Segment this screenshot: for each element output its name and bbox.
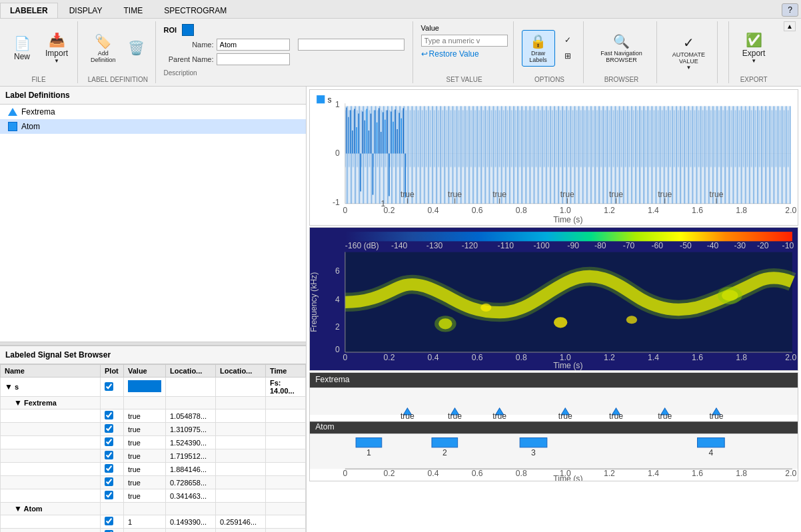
svg-text:1.0: 1.0 — [560, 206, 571, 215]
svg-text:-130: -130 — [426, 241, 443, 250]
expand-fextrema[interactable]: ▼ — [14, 398, 22, 407]
svg-text:0: 0 — [343, 354, 347, 363]
svg-text:1.8: 1.8 — [736, 206, 747, 215]
expand-atom[interactable]: ▼ — [14, 504, 22, 513]
name-input[interactable] — [217, 39, 290, 51]
table-area[interactable]: Name Plot Value Locatio... Locatio... Ti… — [0, 364, 306, 532]
label-def-atom[interactable]: Atom — [0, 119, 306, 134]
svg-text:2.0: 2.0 — [785, 468, 796, 477]
collapse-ribbon-button[interactable]: ▲ — [784, 21, 796, 31]
tab-display[interactable]: DISPLAY — [59, 3, 113, 18]
svg-text:0.2: 0.2 — [383, 468, 395, 477]
set-value-group-label: SET VALUE — [421, 75, 508, 83]
fext-val-3: true — [124, 436, 166, 449]
options-btn-1[interactable]: ✓ — [558, 33, 578, 47]
label-def-fextrema[interactable]: Fextrema — [0, 105, 306, 119]
col-name: Name — [1, 365, 101, 378]
labels-chart[interactable]: Fextrema true true true true true true — [309, 372, 798, 482]
spectrogram-chart[interactable]: -160 (dB) -140 -130 -120 -110 -100 -90 -… — [309, 227, 798, 371]
automate-buttons: ✓ AUTOMATE VALUE ▼ — [665, 21, 712, 83]
draw-labels-button[interactable]: 🔒 Draw Labels — [522, 30, 555, 67]
fext-check-3[interactable] — [105, 437, 113, 446]
svg-text:2.0: 2.0 — [785, 354, 796, 363]
import-button[interactable]: 📥 Import ▼ — [41, 29, 72, 67]
restore-button[interactable]: ↩ Restore Value — [421, 49, 508, 59]
description-input[interactable] — [298, 39, 404, 51]
waveform-chart[interactable]: s 1 0 -1 0 0.2 0.4 0.6 0.8 — [309, 89, 798, 226]
export-group-label: EXPORT — [737, 75, 770, 83]
svg-text:true: true — [658, 411, 672, 421]
export-arrow[interactable]: ▼ — [751, 58, 756, 64]
tab-labeler[interactable]: LABELER — [0, 3, 58, 18]
parent-input[interactable] — [217, 53, 290, 65]
svg-text:2: 2 — [335, 322, 340, 332]
value-label: Value — [421, 24, 508, 32]
fextrema-label: Fextrema — [21, 107, 55, 117]
fext-check-7[interactable] — [105, 491, 113, 499]
svg-text:1.6: 1.6 — [692, 206, 703, 215]
automate-arrow[interactable]: ▼ — [686, 65, 691, 71]
import-icon: 📥 — [49, 32, 65, 48]
left-panel: Label Definitions Fextrema Atom Labeled … — [0, 87, 307, 532]
expand-s[interactable]: ▼ — [5, 382, 13, 392]
fext-check-1[interactable] — [105, 411, 113, 419]
ribbon-tabs: LABELER DISPLAY TIME SPECTROGRAM ? — [0, 0, 801, 19]
ribbon-group-automate: ✓ AUTOMATE VALUE ▼ — [665, 21, 718, 83]
svg-text:Atom: Atom — [315, 422, 334, 431]
svg-text:true: true — [492, 411, 506, 421]
svg-text:0.4: 0.4 — [428, 468, 439, 477]
labels-svg: Fextrema true true true true true true — [310, 373, 798, 481]
svg-text:0: 0 — [335, 345, 340, 354]
table-row: ▼ s Fs: 14.00... — [1, 378, 306, 397]
svg-text:true: true — [658, 190, 672, 199]
fextrema-triangle-icon — [8, 108, 17, 116]
ribbon-group-file: 📄 New 📥 Import ▼ FILE — [5, 21, 78, 83]
svg-point-94 — [718, 287, 742, 304]
fext-check-5[interactable] — [105, 464, 113, 473]
value-input[interactable] — [421, 35, 508, 47]
svg-text:Time (s): Time (s) — [553, 473, 582, 481]
table-row: true 1.054878... — [1, 409, 306, 423]
draw-labels-icon: 🔒 — [530, 33, 546, 49]
svg-text:1.2: 1.2 — [604, 206, 615, 215]
restore-icon: ↩ — [421, 49, 428, 59]
fast-nav-button[interactable]: 🔍 Fast Navigation BROWSER — [592, 30, 652, 67]
options-btn-2[interactable]: ⊞ — [558, 49, 578, 63]
fext-check-4[interactable] — [105, 451, 113, 459]
svg-text:-50: -50 — [680, 241, 692, 250]
automate-value-button[interactable]: ✓ AUTOMATE VALUE ▼ — [665, 32, 712, 73]
help-button[interactable]: ? — [782, 3, 798, 17]
name-row: Name: — [164, 39, 404, 51]
delete-button[interactable]: 🗑️ — [123, 37, 150, 59]
tab-time[interactable]: TIME — [113, 3, 153, 18]
ribbon-group-browser: 🔍 Fast Navigation BROWSER BROWSER — [592, 21, 658, 83]
selected-def-inputs: ROI Name: Parent Name: — [164, 21, 404, 68]
svg-text:0.8: 0.8 — [516, 206, 527, 215]
new-button[interactable]: 📄 New — [5, 32, 39, 65]
svg-text:1.2: 1.2 — [604, 354, 615, 363]
fext-check-6[interactable] — [105, 477, 113, 486]
s-plot-check[interactable] — [105, 382, 113, 391]
collapse-area: ▲ — [784, 21, 796, 83]
import-dropdown-arrow[interactable]: ▼ — [54, 58, 59, 64]
svg-text:true: true — [709, 190, 723, 199]
svg-text:Time (s): Time (s) — [553, 362, 582, 370]
svg-text:-120: -120 — [462, 241, 478, 250]
fext-check-2[interactable] — [105, 424, 113, 433]
svg-text:true: true — [709, 411, 723, 421]
table-row: true 0.341463... — [1, 489, 306, 503]
atom-check-1[interactable] — [105, 517, 113, 525]
tab-spectrogram[interactable]: SPECTROGRAM — [154, 3, 237, 18]
svg-rect-139 — [520, 437, 547, 447]
atom-val-1: 1 — [124, 515, 166, 529]
roi-label: ROI — [164, 26, 177, 34]
export-button[interactable]: ✅ Export ▼ — [737, 29, 770, 67]
fext-val-7: true — [124, 489, 166, 503]
add-definition-button[interactable]: 🏷️ Add Definition — [86, 30, 121, 67]
svg-text:true: true — [609, 190, 623, 199]
svg-text:-160 (dB): -160 (dB) — [345, 241, 379, 250]
svg-text:6: 6 — [335, 266, 340, 276]
fext-val-2: true — [124, 423, 166, 436]
svg-text:4: 4 — [335, 295, 340, 304]
atom-loc1-1: 0.149390... — [166, 515, 216, 529]
